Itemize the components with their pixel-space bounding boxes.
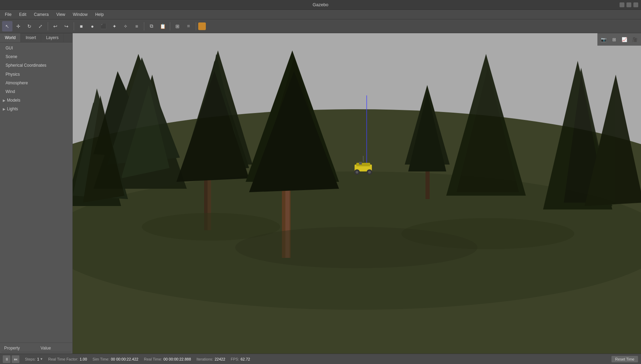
fps-label: FPS: — [231, 357, 239, 361]
plot-btn[interactable]: 📈 — [620, 35, 629, 44]
sep-4 — [170, 22, 170, 30]
scale-tool-btn[interactable]: ⤢ — [35, 21, 46, 31]
rtf-group: Real Time Factor: 1.00 — [48, 357, 87, 361]
models-arrow: ▶ — [3, 99, 6, 102]
iterations-label: Iterations: — [196, 357, 213, 361]
cylinder-shape-btn[interactable]: ⬛ — [98, 21, 109, 31]
tree-item-atmosphere[interactable]: Atmosphere — [0, 79, 72, 87]
statusbar: ⏸ ⏭ Steps: 1 ▾ Real Time Factor: 1.00 Si… — [0, 354, 641, 364]
toolbar: ↖ ✛ ↻ ⤢ ↩ ↪ ■ ● ⬛ ✦ ✧ ≡ ⧉ 📋 ⊞ ⌗ — [0, 19, 641, 33]
lights-arrow: ▶ — [3, 107, 6, 111]
orange-cube-btn[interactable] — [198, 22, 206, 30]
sep-5 — [196, 22, 196, 30]
spot-light-btn[interactable]: ✧ — [120, 21, 131, 31]
dir-light-btn[interactable]: ≡ — [131, 21, 142, 31]
panel-tabs: World Insert Layers — [0, 33, 72, 43]
tab-insert[interactable]: Insert — [21, 33, 41, 42]
record-btn[interactable]: ⊞ — [609, 35, 619, 44]
left-panel: World Insert Layers GUI Scene Spherical … — [0, 33, 73, 354]
svg-point-49 — [235, 227, 477, 268]
tab-layers[interactable]: Layers — [41, 33, 64, 42]
snap-btn[interactable]: ⌗ — [183, 21, 194, 31]
fps-group: FPS: 62.72 — [231, 357, 250, 361]
titlebar: Gazebo — [0, 0, 641, 10]
minimize-btn[interactable] — [620, 2, 624, 7]
menu-help[interactable]: Help — [92, 11, 107, 18]
svg-rect-30 — [356, 163, 370, 166]
rotate-tool-btn[interactable]: ↻ — [24, 21, 35, 31]
tab-world[interactable]: World — [0, 33, 21, 42]
steps-value: 1 — [37, 357, 39, 361]
steps-label: Steps: — [25, 357, 36, 361]
main-area: World Insert Layers GUI Scene Spherical … — [0, 33, 641, 354]
copy-btn[interactable]: ⧉ — [146, 21, 157, 31]
undo-btn[interactable]: ↩ — [50, 21, 61, 31]
window-controls — [620, 2, 638, 7]
sep-2 — [74, 22, 74, 30]
pause-btn[interactable]: ⏸ — [3, 355, 10, 363]
redo-btn[interactable]: ↪ — [61, 21, 72, 31]
app-title: Gazebo — [313, 2, 329, 7]
property-panel: Property Value — [0, 343, 72, 354]
tree-item-wind[interactable]: Wind — [0, 87, 72, 96]
svg-rect-35 — [359, 162, 362, 165]
scene-svg — [73, 33, 641, 354]
value-col: Value — [40, 346, 51, 351]
align-btn[interactable]: ⊞ — [172, 21, 183, 31]
tree-item-scene[interactable]: Scene — [0, 53, 72, 61]
rtf-value: 1.00 — [80, 357, 87, 361]
fps-value: 62.72 — [240, 357, 250, 361]
realtime-group: Real Time: 00 00:00:22.888 — [144, 357, 191, 361]
sep-1 — [48, 22, 48, 30]
property-header: Property Value — [1, 344, 71, 352]
simtime-label: Sim Time: — [93, 357, 110, 361]
menu-view[interactable]: View — [53, 11, 69, 18]
viewport[interactable]: 📷 ⊞ 📈 🎥 — [73, 33, 641, 354]
tree-area: GUI Scene Spherical Coordinates Physics … — [0, 43, 72, 343]
translate-tool-btn[interactable]: ✛ — [13, 21, 24, 31]
menubar: File Edit Camera View Window Help — [0, 10, 641, 19]
simtime-group: Sim Time: 00 00:00:22.422 — [93, 357, 138, 361]
menu-file[interactable]: File — [1, 11, 15, 18]
property-col: Property — [4, 346, 20, 351]
viewport-tools-right: 📷 ⊞ 📈 🎥 — [597, 33, 641, 46]
close-btn[interactable] — [633, 2, 638, 7]
paste-btn[interactable]: 📋 — [157, 21, 168, 31]
step-btn[interactable]: ⏭ — [12, 355, 19, 363]
simtime-value: 00 00:00:22.422 — [111, 357, 138, 361]
maximize-btn[interactable] — [626, 2, 631, 7]
iterations-group: Iterations: 22422 — [196, 357, 225, 361]
svg-point-34 — [368, 171, 371, 174]
tree-item-gui[interactable]: GUI — [0, 44, 72, 53]
point-light-btn[interactable]: ✦ — [109, 21, 120, 31]
tree-item-spherical[interactable]: Spherical Coordinates — [0, 61, 72, 70]
menu-edit[interactable]: Edit — [16, 11, 30, 18]
tree-item-physics[interactable]: Physics — [0, 70, 72, 79]
menu-camera[interactable]: Camera — [30, 11, 52, 18]
select-tool-btn[interactable]: ↖ — [2, 21, 12, 31]
rtf-label: Real Time Factor: — [48, 357, 78, 361]
realtime-value: 00 00:00:22.888 — [164, 357, 191, 361]
box-shape-btn[interactable]: ■ — [76, 21, 86, 31]
realtime-label: Real Time: — [144, 357, 162, 361]
sphere-shape-btn[interactable]: ● — [87, 21, 98, 31]
scene-background: 📷 ⊞ 📈 🎥 — [73, 33, 641, 354]
steps-group: Steps: 1 ▾ — [25, 357, 43, 361]
video-btn[interactable]: 🎥 — [630, 35, 640, 44]
reset-time-btn[interactable]: Reset Time — [611, 356, 638, 363]
screenshot-btn[interactable]: 📷 — [599, 35, 608, 44]
svg-point-32 — [356, 171, 358, 174]
iterations-value: 22422 — [214, 357, 225, 361]
menu-window[interactable]: Window — [70, 11, 91, 18]
tree-item-lights[interactable]: ▶Lights — [0, 105, 72, 113]
sep-3 — [144, 22, 144, 30]
play-controls: ⏸ ⏭ — [3, 355, 19, 363]
tree-item-models[interactable]: ▶Models — [0, 96, 72, 105]
steps-dropdown[interactable]: ▾ — [40, 357, 43, 361]
